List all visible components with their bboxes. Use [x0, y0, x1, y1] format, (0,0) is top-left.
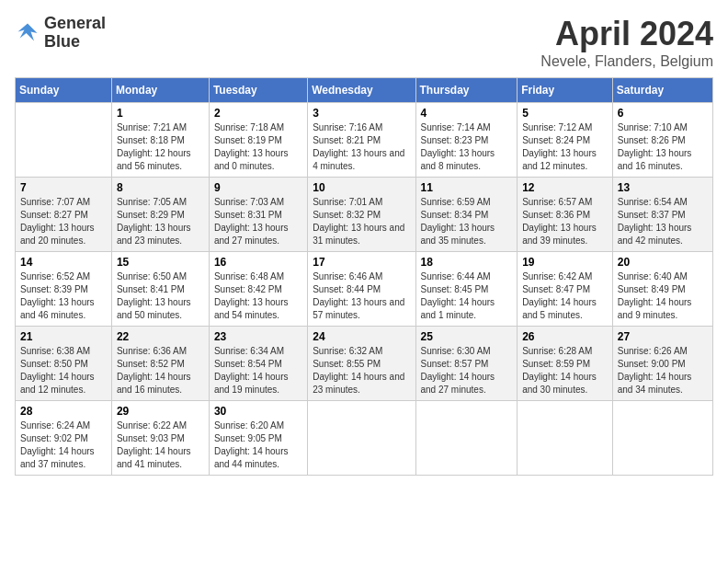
day-number: 13 [618, 181, 708, 194]
calendar-cell: 22Sunrise: 6:36 AM Sunset: 8:52 PM Dayli… [111, 327, 209, 401]
calendar-cell: 30Sunrise: 6:20 AM Sunset: 9:05 PM Dayli… [209, 401, 307, 476]
day-number: 24 [313, 330, 410, 343]
day-number: 30 [214, 405, 302, 418]
header-day-saturday: Saturday [612, 78, 712, 103]
title-block: April 2024 Nevele, Flanders, Belgium [540, 15, 713, 70]
day-number: 3 [313, 107, 410, 120]
calendar-cell: 18Sunrise: 6:44 AM Sunset: 8:45 PM Dayli… [415, 252, 518, 327]
day-info: Sunrise: 6:28 AM Sunset: 8:59 PM Dayligh… [522, 345, 608, 396]
calendar-cell: 20Sunrise: 6:40 AM Sunset: 8:49 PM Dayli… [612, 252, 712, 327]
day-number: 10 [313, 181, 410, 194]
calendar-cell: 23Sunrise: 6:34 AM Sunset: 8:54 PM Dayli… [209, 327, 307, 401]
week-row-4: 21Sunrise: 6:38 AM Sunset: 8:50 PM Dayli… [16, 327, 713, 401]
calendar-cell: 24Sunrise: 6:32 AM Sunset: 8:55 PM Dayli… [308, 327, 415, 401]
day-info: Sunrise: 6:59 AM Sunset: 8:34 PM Dayligh… [421, 196, 513, 247]
day-info: Sunrise: 6:57 AM Sunset: 8:36 PM Dayligh… [522, 196, 608, 247]
calendar-cell: 6Sunrise: 7:10 AM Sunset: 8:26 PM Daylig… [612, 103, 712, 178]
calendar-cell: 3Sunrise: 7:16 AM Sunset: 8:21 PM Daylig… [308, 103, 415, 178]
day-info: Sunrise: 6:40 AM Sunset: 8:49 PM Dayligh… [618, 270, 708, 322]
calendar-cell: 8Sunrise: 7:05 AM Sunset: 8:29 PM Daylig… [111, 178, 209, 252]
logo-text: General Blue [44, 15, 106, 52]
location-title: Nevele, Flanders, Belgium [540, 53, 713, 70]
calendar-cell: 7Sunrise: 7:07 AM Sunset: 8:27 PM Daylig… [16, 178, 112, 252]
day-number: 8 [117, 181, 204, 194]
day-info: Sunrise: 7:21 AM Sunset: 8:18 PM Dayligh… [117, 121, 204, 173]
day-number: 16 [214, 256, 302, 269]
day-info: Sunrise: 6:24 AM Sunset: 9:02 PM Dayligh… [20, 419, 107, 471]
calendar-cell [415, 401, 518, 476]
day-info: Sunrise: 7:01 AM Sunset: 8:32 PM Dayligh… [313, 196, 410, 247]
day-info: Sunrise: 7:03 AM Sunset: 8:31 PM Dayligh… [214, 196, 302, 247]
header-day-tuesday: Tuesday [209, 78, 307, 103]
day-number: 9 [214, 181, 302, 194]
day-info: Sunrise: 7:05 AM Sunset: 8:29 PM Dayligh… [117, 196, 204, 247]
day-info: Sunrise: 6:34 AM Sunset: 8:54 PM Dayligh… [214, 345, 302, 396]
svg-marker-0 [18, 23, 38, 40]
calendar-cell: 28Sunrise: 6:24 AM Sunset: 9:02 PM Dayli… [16, 401, 112, 476]
calendar-cell: 9Sunrise: 7:03 AM Sunset: 8:31 PM Daylig… [209, 178, 307, 252]
calendar-header-row: SundayMondayTuesdayWednesdayThursdayFrid… [16, 78, 713, 103]
day-number: 20 [618, 256, 708, 269]
day-number: 12 [522, 181, 608, 194]
calendar-cell: 5Sunrise: 7:12 AM Sunset: 8:24 PM Daylig… [518, 103, 613, 178]
calendar-cell [518, 401, 613, 476]
day-number: 14 [20, 256, 107, 269]
calendar-cell: 21Sunrise: 6:38 AM Sunset: 8:50 PM Dayli… [16, 327, 112, 401]
day-info: Sunrise: 6:26 AM Sunset: 9:00 PM Dayligh… [618, 345, 708, 396]
day-number: 5 [522, 107, 608, 120]
day-info: Sunrise: 7:07 AM Sunset: 8:27 PM Dayligh… [20, 196, 107, 247]
day-info: Sunrise: 6:44 AM Sunset: 8:45 PM Dayligh… [421, 270, 513, 322]
header-day-wednesday: Wednesday [308, 78, 415, 103]
day-info: Sunrise: 6:20 AM Sunset: 9:05 PM Dayligh… [214, 419, 302, 471]
calendar-table: SundayMondayTuesdayWednesdayThursdayFrid… [15, 77, 713, 476]
calendar-cell: 26Sunrise: 6:28 AM Sunset: 8:59 PM Dayli… [518, 327, 613, 401]
day-info: Sunrise: 6:30 AM Sunset: 8:57 PM Dayligh… [421, 345, 513, 396]
day-number: 15 [117, 256, 204, 269]
day-info: Sunrise: 6:38 AM Sunset: 8:50 PM Dayligh… [20, 345, 107, 396]
calendar-cell: 25Sunrise: 6:30 AM Sunset: 8:57 PM Dayli… [415, 327, 518, 401]
day-info: Sunrise: 6:54 AM Sunset: 8:37 PM Dayligh… [618, 196, 708, 247]
day-info: Sunrise: 6:32 AM Sunset: 8:55 PM Dayligh… [313, 345, 410, 396]
calendar-cell [308, 401, 415, 476]
calendar-cell: 16Sunrise: 6:48 AM Sunset: 8:42 PM Dayli… [209, 252, 307, 327]
day-number: 1 [117, 107, 204, 120]
calendar-cell: 27Sunrise: 6:26 AM Sunset: 9:00 PM Dayli… [612, 327, 712, 401]
calendar-cell: 15Sunrise: 6:50 AM Sunset: 8:41 PM Dayli… [111, 252, 209, 327]
calendar-cell: 2Sunrise: 7:18 AM Sunset: 8:19 PM Daylig… [209, 103, 307, 178]
month-title: April 2024 [540, 15, 713, 53]
day-number: 28 [20, 405, 107, 418]
week-row-2: 7Sunrise: 7:07 AM Sunset: 8:27 PM Daylig… [16, 178, 713, 252]
day-number: 21 [20, 330, 107, 343]
day-info: Sunrise: 6:46 AM Sunset: 8:44 PM Dayligh… [313, 270, 410, 322]
day-info: Sunrise: 6:52 AM Sunset: 8:39 PM Dayligh… [20, 270, 107, 322]
day-info: Sunrise: 6:48 AM Sunset: 8:42 PM Dayligh… [214, 270, 302, 322]
day-number: 6 [618, 107, 708, 120]
day-info: Sunrise: 7:18 AM Sunset: 8:19 PM Dayligh… [214, 121, 302, 173]
day-number: 19 [522, 256, 608, 269]
day-number: 18 [421, 256, 513, 269]
day-number: 2 [214, 107, 302, 120]
header-day-monday: Monday [111, 78, 209, 103]
calendar-cell: 11Sunrise: 6:59 AM Sunset: 8:34 PM Dayli… [415, 178, 518, 252]
header-day-sunday: Sunday [16, 78, 112, 103]
logo: General Blue [15, 15, 106, 52]
day-info: Sunrise: 7:14 AM Sunset: 8:23 PM Dayligh… [421, 121, 513, 173]
calendar-cell [16, 103, 112, 178]
day-number: 27 [618, 330, 708, 343]
week-row-5: 28Sunrise: 6:24 AM Sunset: 9:02 PM Dayli… [16, 401, 713, 476]
day-number: 4 [421, 107, 513, 120]
logo-icon [15, 20, 40, 46]
day-number: 7 [20, 181, 107, 194]
week-row-3: 14Sunrise: 6:52 AM Sunset: 8:39 PM Dayli… [16, 252, 713, 327]
day-info: Sunrise: 7:16 AM Sunset: 8:21 PM Dayligh… [313, 121, 410, 173]
calendar-cell: 19Sunrise: 6:42 AM Sunset: 8:47 PM Dayli… [518, 252, 613, 327]
header-day-thursday: Thursday [415, 78, 518, 103]
day-number: 25 [421, 330, 513, 343]
day-info: Sunrise: 6:36 AM Sunset: 8:52 PM Dayligh… [117, 345, 204, 396]
day-number: 26 [522, 330, 608, 343]
day-info: Sunrise: 6:50 AM Sunset: 8:41 PM Dayligh… [117, 270, 204, 322]
calendar-cell: 13Sunrise: 6:54 AM Sunset: 8:37 PM Dayli… [612, 178, 712, 252]
day-number: 17 [313, 256, 410, 269]
day-number: 29 [117, 405, 204, 418]
day-info: Sunrise: 6:42 AM Sunset: 8:47 PM Dayligh… [522, 270, 608, 322]
